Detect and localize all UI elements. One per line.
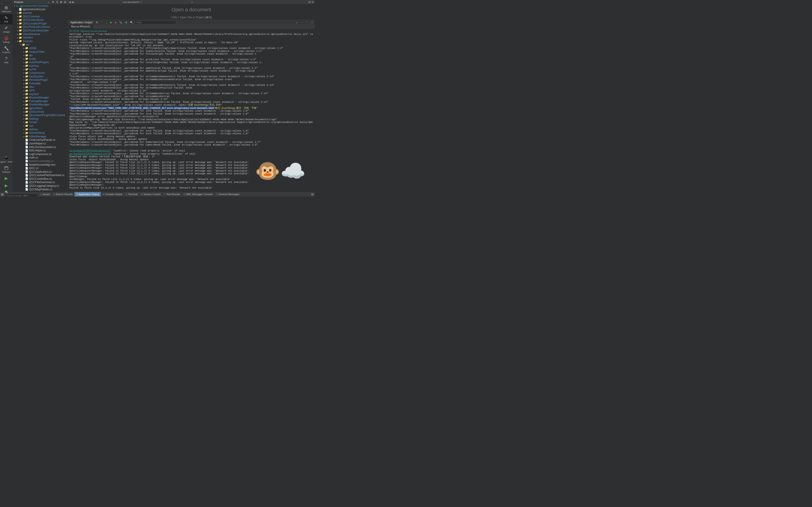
expand-arrow-icon[interactable]: ▸ — [16, 19, 19, 21]
tree-item[interactable]: ▸📁Audio — [12, 57, 68, 61]
tree-item[interactable]: ▸📁VideoReceiver — [12, 33, 68, 36]
document-combo[interactable]: <no document> — [76, 1, 189, 4]
tree-item[interactable]: ▸📁api — [12, 53, 68, 57]
split-add-icon[interactable]: ⊞ — [60, 0, 63, 4]
tree-item[interactable]: ▾📁src — [12, 43, 68, 47]
filter-icon[interactable]: ▼ — [51, 0, 55, 4]
expand-arrow-icon[interactable]: ▸ — [23, 93, 25, 95]
tree-item[interactable]: ▸📁PositionManager — [12, 103, 68, 107]
stop-icon[interactable]: ■ — [114, 21, 117, 24]
tree-item[interactable]: 📄QGCMapPalette.cc — [12, 188, 68, 191]
output-minus-icon[interactable]: － — [300, 21, 304, 24]
status-seg-terminal[interactable]: 5Terminal — [124, 192, 139, 196]
expand-arrow-icon[interactable]: ▸ — [23, 79, 25, 81]
expand-arrow-icon[interactable]: ▸ — [16, 12, 19, 14]
sidebar-toggle-icon[interactable]: ▥ — [0, 192, 5, 196]
status-seg-issues[interactable]: 1Issues — [39, 192, 52, 196]
expand-arrow-icon[interactable]: ▸ — [23, 128, 25, 130]
tree-item[interactable]: ▸📁android — [12, 11, 68, 15]
tree-item[interactable]: ▸📁FollowMe — [12, 82, 68, 85]
expand-arrow-icon[interactable]: ▸ — [23, 86, 25, 88]
tree-item[interactable]: 📄QGCLoggingCategory.cc — [12, 184, 68, 188]
expand-arrow-icon[interactable]: ▸ — [23, 72, 25, 74]
expand-arrow-icon[interactable]: ▸ — [23, 118, 25, 120]
expand-arrow-icon[interactable]: ▸ — [23, 107, 25, 109]
split-h-icon[interactable]: ⊞ — [308, 0, 311, 4]
link-icon[interactable]: ⎘ — [55, 0, 59, 4]
projects-combo[interactable]: Projects⌄ — [13, 0, 51, 4]
mode-edit[interactable]: ✎Edit — [0, 14, 12, 24]
tree-item[interactable]: ▸📁Terrain — [12, 121, 68, 124]
output-filter-input[interactable] — [135, 20, 176, 24]
run-target-tab[interactable]: Run on iPhone11 — [68, 25, 94, 29]
tree-item[interactable]: ▸📁comm — [12, 68, 68, 71]
expand-arrow-icon[interactable]: ▸ — [16, 26, 19, 28]
tree-item[interactable]: ▸📁QGCLocationPlugin — [12, 22, 68, 25]
expand-arrow-icon[interactable]: ▸ — [23, 65, 25, 67]
tree-item[interactable]: 📄KMLHelper.cc — [12, 149, 68, 152]
status-close-icon[interactable]: ⊟ — [310, 192, 315, 196]
expand-arrow-icon[interactable]: ▸ — [16, 30, 19, 32]
expand-arrow-icon[interactable]: ▸ — [23, 97, 25, 99]
tree-item[interactable]: ▸📁Vehicle — [12, 128, 68, 131]
status-seg-test-results[interactable]: 7Test Results — [162, 192, 182, 196]
expand-arrow-icon[interactable]: ▸ — [23, 51, 25, 53]
output-maximize-icon[interactable]: ⛶ — [310, 21, 314, 24]
tree-item[interactable]: ▸📁Compression — [12, 71, 68, 75]
expand-arrow-icon[interactable]: ▸ — [23, 82, 25, 84]
run-icon[interactable]: ▶ — [110, 21, 113, 24]
tree-item[interactable]: ▸📁uas — [12, 124, 68, 128]
qml-error-link[interactable]: qrc:/toolbar/GPSRTKIndicator.qml:37 — [69, 149, 110, 152]
expand-arrow-icon[interactable]: ▸ — [23, 75, 25, 78]
tree-item[interactable]: 📄MobileScreenMgr.cc — [12, 159, 68, 163]
tree-item[interactable]: ▸📁AutoPilotPlugins — [12, 61, 68, 64]
status-seg-application-output[interactable]: 3Application Output — [74, 192, 101, 196]
mode-help[interactable]: ?Help — [0, 55, 12, 65]
expand-arrow-icon[interactable]: ▸ — [23, 111, 25, 113]
expand-arrow-icon[interactable]: ▸ — [16, 15, 19, 18]
output-prev-icon[interactable]: ⌃ — [100, 21, 104, 24]
expand-arrow-icon[interactable]: ▸ — [23, 121, 25, 123]
status-seg-qml-debugger-console[interactable]: 8QML Debugger Console — [182, 192, 214, 196]
expand-arrow-icon[interactable]: ▸ — [16, 33, 19, 35]
tree-item[interactable]: 📄JsonHelper.cc — [12, 142, 68, 145]
status-seg-version-control[interactable]: 6Version Control — [139, 192, 162, 196]
tree-item[interactable]: 📄CmdLineOptParser.cc — [12, 138, 68, 142]
tree-item[interactable]: ▸📁Camera — [12, 64, 68, 68]
tree-item[interactable]: 📄QGCApplication.cc — [12, 170, 68, 174]
split-close-icon[interactable]: ⊟ — [64, 0, 67, 4]
expand-arrow-icon[interactable]: ▸ — [23, 47, 25, 49]
expand-arrow-icon[interactable]: ▾ — [20, 44, 22, 46]
split-v-icon[interactable]: ⊟ — [311, 0, 314, 4]
nav-back-icon[interactable]: ◀ — [69, 0, 71, 4]
tree-item[interactable]: ▸📁Settings — [12, 117, 68, 121]
tree-item[interactable]: ▸📁QGCPostLinkCommon — [12, 25, 68, 29]
mode-projects[interactable]: 🔧Projects — [0, 45, 12, 55]
project-tree[interactable]: ▾🗂qgroundcontrol [master]📄qgroundcontrol… — [12, 4, 68, 196]
tree-item[interactable]: ▸📁VideoManager — [12, 135, 68, 138]
run-button[interactable]: ▶ — [0, 175, 12, 182]
expand-arrow-icon[interactable]: ▸ — [23, 58, 25, 60]
expand-arrow-icon[interactable]: ▸ — [23, 54, 25, 56]
locator[interactable]: 🔍 — [5, 191, 39, 197]
tree-item[interactable]: 📄main.cc — [12, 156, 68, 160]
output-gear-icon[interactable]: ⚙ — [124, 21, 128, 24]
attach-icon[interactable]: 📎 — [118, 21, 123, 24]
expand-arrow-icon[interactable]: ▾ — [16, 40, 19, 42]
tree-item[interactable]: 📄qgroundcontrol.pro — [12, 8, 68, 11]
tree-item[interactable]: ▸📁QGCCommon — [12, 15, 68, 18]
console-output[interactable]: 01:32:30: Starting remote process. Setti… — [68, 29, 315, 196]
tree-item[interactable]: ▸📁qgcunittest — [12, 106, 68, 110]
expand-arrow-icon[interactable]: ▸ — [23, 114, 25, 116]
tree-item[interactable]: 📄MobileScreenMgr.mm — [12, 163, 68, 167]
tree-item[interactable]: ▾🗂qgroundcontrol [master] — [12, 4, 68, 8]
tree-item[interactable]: ▾📁Sources — [12, 39, 68, 43]
tree-item[interactable]: ▸📁QGCPostLinkInstaller — [12, 29, 68, 33]
tree-item[interactable]: ▸📁QGCExternalLibs — [12, 18, 68, 22]
expand-arrow-icon[interactable]: ▸ — [23, 68, 25, 70]
status-seg-compile-output[interactable]: 4Compile Output — [101, 192, 124, 196]
tree-item[interactable]: ▸📁Joystick — [12, 92, 68, 96]
tree-item[interactable]: ▸📁Headers — [12, 36, 68, 39]
expand-arrow-icon[interactable]: ▸ — [23, 90, 25, 92]
expand-arrow-icon[interactable]: ▸ — [23, 61, 25, 63]
